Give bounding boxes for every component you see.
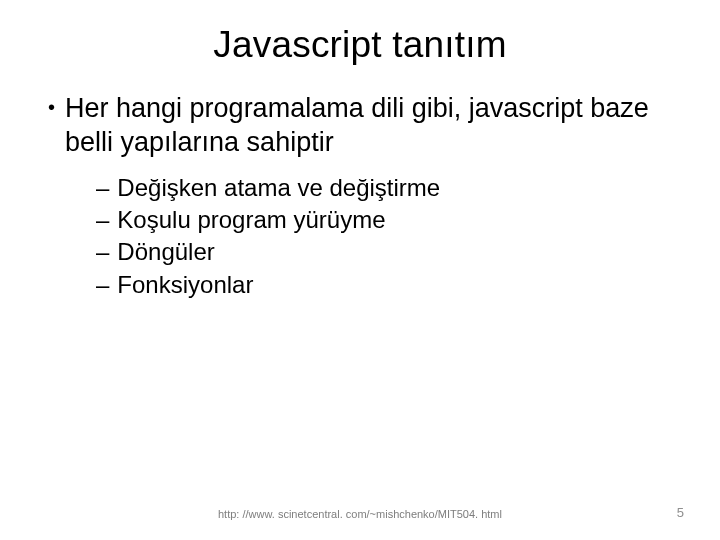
dash-icon: – <box>96 204 109 236</box>
bullet-level2: – Değişken atama ve değiştirme <box>96 172 680 204</box>
sub-bullet-list: – Değişken atama ve değiştirme – Koşulu … <box>96 172 680 302</box>
dash-icon: – <box>96 236 109 268</box>
bullet-level2: – Döngüler <box>96 236 680 268</box>
bullet-level2: – Fonksiyonlar <box>96 269 680 301</box>
bullet-level1-text: Her hangi programalama dili gibi, javasc… <box>65 92 680 160</box>
bullet-level2-text: Döngüler <box>117 236 214 268</box>
slide: Javascript tanıtım • Her hangi programal… <box>0 0 720 540</box>
bullet-level1: • Her hangi programalama dili gibi, java… <box>40 92 680 160</box>
bullet-level2-text: Koşulu program yürüyme <box>117 204 385 236</box>
dash-icon: – <box>96 172 109 204</box>
bullet-level2: – Koşulu program yürüyme <box>96 204 680 236</box>
page-number: 5 <box>677 505 684 520</box>
bullet-level2-text: Fonksiyonlar <box>117 269 253 301</box>
footer-url: http: //www. scinetcentral. com/~mishche… <box>0 508 720 520</box>
bullet-dot-icon: • <box>48 95 55 120</box>
dash-icon: – <box>96 269 109 301</box>
page-title: Javascript tanıtım <box>40 24 680 66</box>
bullet-level2-text: Değişken atama ve değiştirme <box>117 172 440 204</box>
